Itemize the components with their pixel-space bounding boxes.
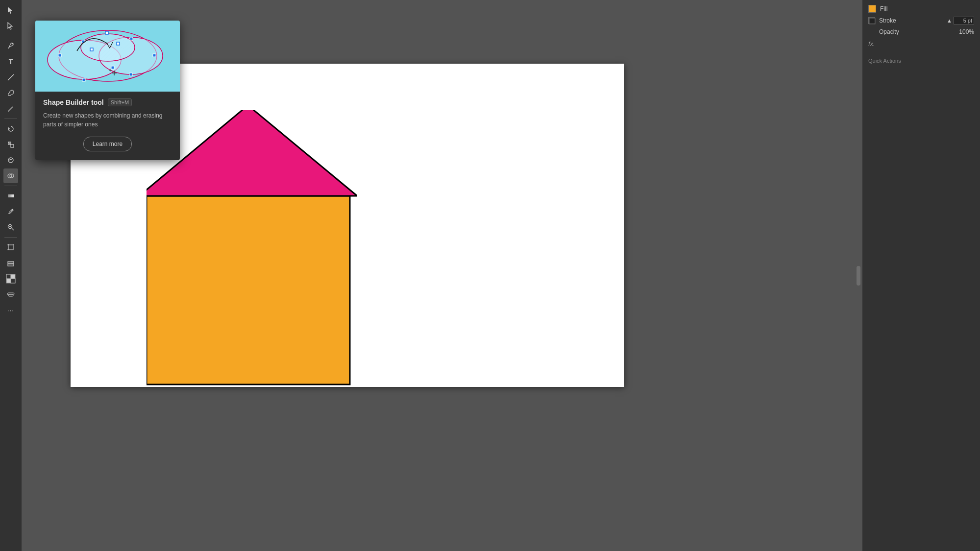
stroke-checkbox[interactable] (868, 17, 875, 24)
tool-line[interactable] (3, 70, 18, 85)
svg-rect-24 (8, 264, 14, 266)
tool-eyedropper[interactable] (3, 204, 18, 219)
tooltip-description: Create new shapes by combining and erasi… (43, 111, 172, 129)
stroke-value-input[interactable] (954, 17, 974, 24)
svg-rect-8 (11, 144, 14, 147)
svg-marker-0 (8, 7, 12, 14)
tooltip-shortcut: Shift+M (108, 98, 132, 106)
tool-rotate[interactable] (3, 121, 18, 136)
tool-direct-select[interactable] (3, 19, 18, 33)
svg-marker-1 (8, 23, 12, 29)
quick-actions-label: Quick Actions (868, 58, 901, 64)
opacity-row: Opacity 100% (868, 28, 974, 35)
tool-pencil[interactable] (3, 101, 18, 116)
svg-rect-54 (869, 18, 875, 24)
tool-artboard[interactable] (3, 240, 18, 255)
right-panel: Fill Stroke ▲ Opacity 100% fx. Quick Act… (862, 0, 980, 551)
fill-swatch[interactable] (868, 5, 876, 13)
svg-point-2 (12, 43, 14, 45)
tooltip-preview-image: + (35, 21, 180, 92)
tool-warp[interactable] (3, 153, 18, 168)
toolbar-separator-4 (4, 237, 17, 238)
svg-line-16 (12, 228, 14, 230)
opacity-label: Opacity (879, 28, 959, 35)
svg-rect-19 (8, 245, 13, 250)
toolbar-separator-1 (4, 36, 17, 36)
svg-point-10 (8, 158, 13, 163)
svg-rect-46 (129, 73, 132, 76)
left-toolbar: T ··· (0, 0, 22, 551)
svg-rect-32 (147, 196, 350, 384)
tool-swatches[interactable] (3, 271, 18, 286)
tool-patterns[interactable] (3, 287, 18, 302)
scroll-indicator[interactable] (857, 266, 860, 286)
svg-rect-29 (11, 279, 15, 283)
opacity-value: 100% (959, 28, 974, 35)
tooltip-preview-svg: + (35, 21, 180, 92)
canvas-area[interactable]: + Shape Builder tool Shift+M Create new … (22, 0, 862, 551)
svg-rect-28 (6, 279, 11, 283)
tool-pen[interactable] (3, 39, 18, 53)
quick-actions-section: Quick Actions (868, 56, 974, 65)
svg-rect-27 (11, 274, 15, 279)
svg-rect-26 (6, 274, 11, 279)
stroke-label: Stroke (879, 17, 947, 24)
tooltip-body: Shape Builder tool Shift+M Create new sh… (35, 92, 180, 160)
svg-rect-13 (8, 194, 14, 197)
tool-layers[interactable] (3, 256, 18, 270)
main-area: + Shape Builder tool Shift+M Create new … (22, 0, 862, 551)
stroke-row: Stroke ▲ (868, 17, 974, 24)
svg-rect-50 (117, 42, 120, 45)
tool-scale[interactable] (3, 137, 18, 152)
learn-more-button[interactable]: Learn more (83, 137, 132, 151)
svg-rect-49 (90, 48, 93, 51)
tool-select[interactable] (3, 3, 18, 18)
svg-rect-44 (130, 37, 133, 40)
tooltip-title-text: Shape Builder tool (43, 98, 104, 106)
fill-row: Fill (868, 5, 974, 13)
fx-label: fx. (868, 40, 875, 48)
svg-text:+: + (109, 68, 112, 73)
tool-type[interactable]: T (3, 54, 18, 69)
tool-gradient[interactable] (3, 189, 18, 203)
svg-line-9 (8, 142, 11, 144)
tool-paintbrush[interactable] (3, 86, 18, 100)
svg-rect-41 (58, 54, 61, 57)
svg-line-4 (8, 107, 13, 111)
fill-label: Fill (880, 5, 974, 12)
fx-row: fx. (868, 39, 974, 48)
tooltip-popup: + Shape Builder tool Shift+M Create new … (35, 21, 180, 160)
svg-rect-25 (8, 262, 14, 264)
svg-rect-47 (82, 78, 85, 81)
svg-rect-43 (105, 31, 108, 34)
svg-line-3 (8, 74, 14, 80)
svg-point-40 (59, 30, 157, 81)
tool-more[interactable]: ··· (3, 303, 18, 317)
tool-zoom[interactable] (3, 220, 18, 235)
toolbar-separator-3 (4, 186, 17, 186)
tooltip-title: Shape Builder tool Shift+M (43, 98, 172, 106)
toolbar-separator-2 (4, 119, 17, 119)
tool-shape-builder[interactable] (3, 168, 18, 183)
svg-rect-45 (153, 54, 156, 57)
svg-rect-48 (111, 66, 114, 69)
